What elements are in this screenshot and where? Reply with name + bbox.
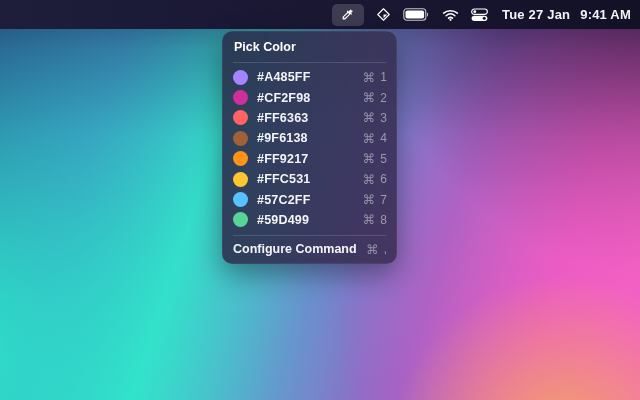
color-hex-label: #59D499: [257, 213, 309, 227]
shortcut-key: 8: [380, 213, 387, 227]
color-menu-item[interactable]: #FF6363 ⌘3: [222, 108, 397, 128]
configure-command-label: Configure Command: [233, 242, 357, 256]
wifi-icon: [442, 9, 459, 21]
menubar-date[interactable]: Tue 27 Jan: [502, 7, 570, 22]
command-key-icon: ⌘: [363, 212, 376, 227]
color-swatch: [233, 192, 248, 207]
shortcut-key: 7: [380, 193, 387, 207]
command-key-icon: ⌘: [363, 110, 376, 125]
color-swatch: [233, 151, 248, 166]
shortcut-key: 5: [380, 152, 387, 166]
color-hex-label: #FF6363: [257, 111, 308, 125]
shortcut-hint: ⌘6: [363, 172, 387, 187]
configure-command-menu-item[interactable]: Configure Command ⌘,: [222, 239, 397, 259]
command-key-icon: ⌘: [363, 151, 376, 166]
color-hex-label: #A485FF: [257, 70, 311, 84]
color-hex-label: #FF9217: [257, 152, 308, 166]
menu-bar: Tue 27 Jan 9:41 AM: [0, 0, 640, 29]
color-menu-item[interactable]: #FF9217 ⌘5: [222, 149, 397, 169]
color-menu-item[interactable]: #FFC531 ⌘6: [222, 169, 397, 189]
battery-icon: [403, 8, 430, 21]
shortcut-key: 1: [380, 70, 387, 84]
battery-menubar-button[interactable]: [403, 4, 430, 26]
color-app-menubar-button[interactable]: [376, 4, 391, 26]
color-hex-label: #9F6138: [257, 131, 308, 145]
control-center-icon: [471, 8, 488, 22]
color-hex-label: #FFC531: [257, 172, 311, 186]
shortcut-key: 3: [380, 111, 387, 125]
pick-color-dropdown-menu: Pick Color #A485FF ⌘1 #CF2F98 ⌘2 #FF6363…: [222, 31, 397, 264]
shortcut-hint: ⌘,: [366, 242, 387, 257]
shortcut-hint: ⌘8: [363, 212, 387, 227]
eyedropper-menubar-button[interactable]: [332, 4, 364, 26]
menu-separator: [233, 62, 386, 63]
color-hex-label: #CF2F98: [257, 91, 311, 105]
control-center-menubar-button[interactable]: [471, 4, 488, 26]
wifi-menubar-button[interactable]: [442, 4, 459, 26]
menu-title: Pick Color: [222, 37, 397, 60]
command-key-icon: ⌘: [363, 172, 376, 187]
shortcut-key: 2: [380, 91, 387, 105]
shortcut-hint: ⌘1: [363, 70, 387, 85]
color-swatch: [233, 70, 248, 85]
command-key-icon: ⌘: [363, 70, 376, 85]
color-menu-item[interactable]: #57C2FF ⌘7: [222, 189, 397, 209]
color-hex-label: #57C2FF: [257, 193, 311, 207]
shortcut-key: ,: [384, 242, 387, 256]
command-key-icon: ⌘: [363, 131, 376, 146]
color-menu-item[interactable]: #9F6138 ⌘4: [222, 128, 397, 148]
diamond-icon: [376, 7, 391, 22]
color-menu-item[interactable]: #CF2F98 ⌘2: [222, 87, 397, 107]
color-swatch: [233, 131, 248, 146]
menubar-clock[interactable]: 9:41 AM: [580, 7, 631, 22]
color-menu-item[interactable]: #59D499 ⌘8: [222, 210, 397, 230]
color-menu-item[interactable]: #A485FF ⌘1: [222, 67, 397, 87]
color-swatch: [233, 212, 248, 227]
color-swatch: [233, 172, 248, 187]
color-swatch: [233, 90, 248, 105]
color-swatch: [233, 110, 248, 125]
command-key-icon: ⌘: [363, 192, 376, 207]
shortcut-hint: ⌘5: [363, 151, 387, 166]
shortcut-hint: ⌘2: [363, 90, 387, 105]
eyedropper-icon: [341, 8, 354, 21]
command-key-icon: ⌘: [363, 90, 376, 105]
menu-separator: [233, 235, 386, 236]
shortcut-hint: ⌘7: [363, 192, 387, 207]
shortcut-key: 6: [380, 172, 387, 186]
command-key-icon: ⌘: [366, 242, 379, 257]
shortcut-key: 4: [380, 131, 387, 145]
shortcut-hint: ⌘4: [363, 131, 387, 146]
shortcut-hint: ⌘3: [363, 110, 387, 125]
